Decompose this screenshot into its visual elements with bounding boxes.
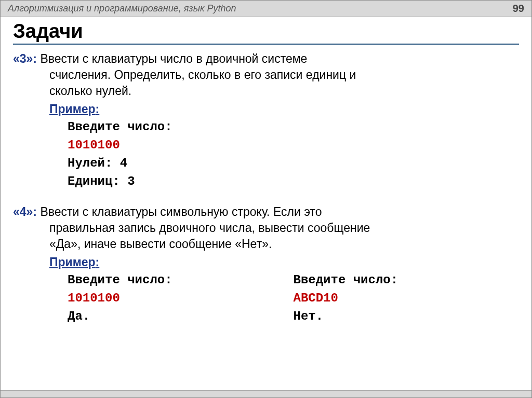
task-4-line1: Ввести с клавиатуры символьную строку. Е… [40,205,322,218]
code-out2: Единиц: 3 [68,173,519,191]
task-4-text: «4»: Ввести с клавиатуры символьную стро… [13,204,519,252]
task-3-line2: счисления. Определить, сколько в его зап… [49,67,519,83]
example-label-text: Пример [49,102,96,116]
slide-content: Задачи «3»: Ввести с клавиатуры число в … [1,17,531,390]
code-right-input: ABCD10 [294,290,520,308]
page-number: 99 [513,3,524,15]
task-3-code: Введите число: 1010100 Нулей: 4 Единиц: … [68,118,519,190]
task-3-line1: Ввести с клавиатуры число в двоичной сис… [40,52,307,65]
slide-header: Алгоритмизация и программирование, язык … [1,1,531,17]
task-4-label: «4»: [13,205,37,218]
code-row-2: 1010100 ABCD10 [68,290,519,308]
task-3-label: «3»: [13,52,37,65]
code-left-out: Да. [68,308,294,326]
task-4-line2: правильная запись двоичного числа, вывес… [49,220,519,236]
task-3: «3»: Ввести с клавиатуры число в двоично… [13,51,519,190]
task-3-text: «3»: Ввести с клавиатуры число в двоично… [13,51,519,99]
slide-footer [1,390,531,397]
code-input: 1010100 [68,136,519,155]
page-title: Задачи [13,20,519,45]
code-left-input: 1010100 [68,290,294,308]
code-row-1: Введите число: Введите число: [68,271,519,290]
code-out1: Нулей: 4 [68,155,519,173]
task-4-example-label: Пример: [49,255,519,269]
code-right-prompt: Введите число: [294,271,520,290]
code-prompt: Введите число: [68,118,519,136]
header-title: Алгоритмизация и программирование, язык … [8,3,236,14]
code-left-prompt: Введите число: [68,271,294,290]
code-row-3: Да. Нет. [68,308,519,326]
slide-container: Алгоритмизация и программирование, язык … [0,0,532,398]
task-4: «4»: Ввести с клавиатуры символьную стро… [13,204,519,326]
task-3-example-label: Пример: [49,102,519,116]
example-label-text: Пример [49,255,96,269]
task-4-line3: «Да», иначе вывести сообщение «Нет». [49,236,519,252]
task-3-line3: сколько нулей. [49,83,519,99]
task-4-code: Введите число: Введите число: 1010100 AB… [68,271,519,325]
code-right-out: Нет. [294,308,520,326]
